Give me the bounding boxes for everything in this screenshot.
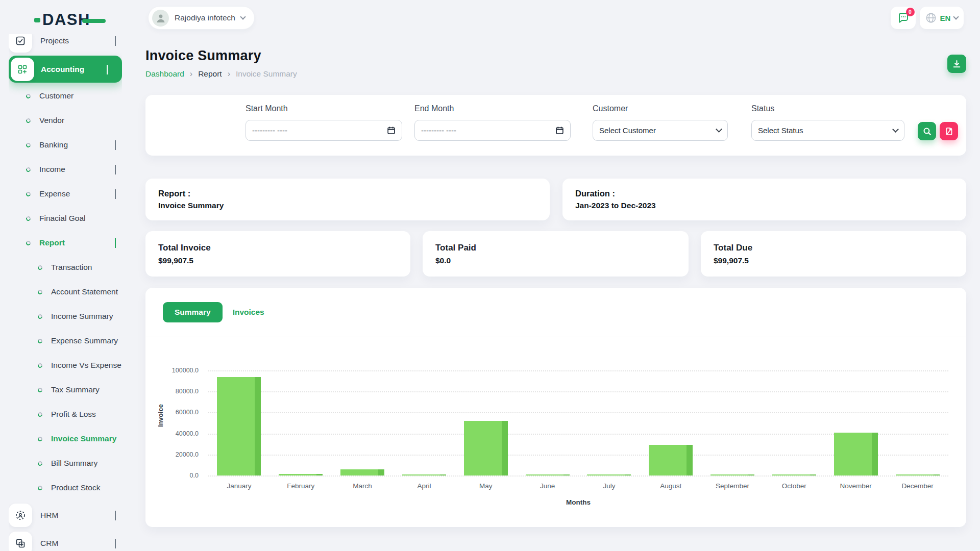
sidebar-item-hrm[interactable]: HRM (9, 502, 122, 529)
sidebar-item-label: Tax Summary (51, 385, 100, 394)
sidebar-item-bill-summary[interactable]: Bill Summary (9, 451, 122, 475)
bar-june (526, 474, 570, 476)
sidebar-item-label: Product Stock (51, 483, 101, 492)
language-code: EN (940, 14, 951, 22)
workspace-switcher[interactable]: Rajodiya infotech (148, 6, 255, 30)
sidebar-item-label: Transaction (51, 263, 92, 272)
y-tick-label: 20000.0 (176, 451, 199, 458)
bar-november (834, 433, 878, 475)
sidebar-item-profit-loss[interactable]: Profit & Loss (9, 402, 122, 427)
bullet-icon (26, 240, 32, 246)
sidebar-item-customer[interactable]: Customer (9, 84, 122, 108)
bar-slot-december (887, 370, 948, 475)
sidebar-item-expense-summary[interactable]: Expense Summary (9, 329, 122, 353)
sidebar-item-report[interactable]: Report (9, 231, 122, 255)
bullet-icon (37, 411, 43, 417)
bullet-icon (37, 338, 43, 344)
status-select-value: Select Status (758, 126, 803, 135)
chevron-right-icon (115, 511, 116, 520)
sidebar-item-finacial-goal[interactable]: Finacial Goal (9, 206, 122, 231)
start-month-input[interactable]: --------- ---- (246, 120, 402, 141)
chevron-right-icon (115, 36, 116, 46)
sidebar-item-label: Report (39, 238, 65, 247)
bullet-icon (26, 93, 32, 99)
sidebar-item-expense[interactable]: Expense (9, 182, 122, 206)
report-info-card: Report : Invoice Summary (145, 179, 550, 220)
chevron-right-icon (115, 140, 116, 150)
sidebar-item-income-summary[interactable]: Income Summary (9, 304, 122, 329)
sidebar: Projects Accounting Customer Vendor Bank… (9, 34, 122, 551)
sidebar-item-label: Accounting (41, 65, 84, 74)
bullet-icon (37, 485, 43, 491)
chevron-right-icon (115, 189, 116, 199)
sidebar-item-label: Bill Summary (51, 459, 97, 468)
language-selector[interactable]: EN (920, 7, 964, 29)
sidebar-item-label: Income Summary (51, 312, 113, 321)
download-report-button[interactable] (947, 55, 966, 73)
sidebar-item-accounting[interactable]: Accounting (9, 56, 122, 83)
status-select[interactable]: Select Status (751, 120, 904, 141)
total-invoice-label: Total Invoice (158, 243, 410, 253)
x-tick-label: September (702, 482, 764, 490)
sidebar-item-income[interactable]: Income (9, 157, 122, 182)
sidebar-item-tax-summary[interactable]: Tax Summary (9, 378, 122, 402)
sidebar-item-label: Income Vs Expense (51, 361, 121, 370)
tab-summary[interactable]: Summary (163, 302, 223, 322)
x-tick-label: June (517, 482, 578, 490)
chevron-down-icon (892, 126, 899, 133)
total-invoice-value: $99,907.5 (158, 256, 410, 265)
breadcrumb-dashboard[interactable]: Dashboard (145, 69, 184, 79)
bar-slot-october (763, 370, 825, 475)
sidebar-item-invoice-summary[interactable]: Invoice Summary (9, 427, 122, 451)
sidebar-item-vendor[interactable]: Vendor (9, 108, 122, 133)
start-month-value: --------- ---- (252, 126, 287, 135)
bar-slot-may (455, 370, 517, 475)
bar-march (340, 469, 384, 475)
bar-may (464, 421, 508, 475)
gridline (208, 475, 948, 477)
sidebar-item-projects[interactable]: Projects (9, 34, 122, 53)
chart-y-ticks: 0.020000.040000.060000.080000.0100000.0 (145, 370, 203, 475)
customer-label: Customer (593, 104, 728, 113)
bar-slot-august (640, 370, 702, 475)
sidebar-item-income-vs-expense[interactable]: Income Vs Expense (9, 353, 122, 378)
bullet-icon (37, 289, 43, 295)
messages-button[interactable]: 0 (891, 7, 916, 29)
chart-bars (208, 370, 948, 475)
page-title: Invoice Summary (145, 48, 297, 64)
x-tick-label: August (640, 482, 702, 490)
bar-august (649, 445, 693, 475)
reset-filter-button[interactable] (940, 122, 958, 140)
apply-filter-button[interactable] (918, 122, 936, 140)
messages-badge: 0 (906, 8, 915, 16)
sidebar-item-transaction[interactable]: Transaction (9, 255, 122, 280)
chevron-down-icon (240, 14, 246, 19)
sidebar-item-product-stock[interactable]: Product Stock (9, 475, 122, 500)
chart-x-axis-title: Months (208, 498, 948, 506)
bar-slot-june (517, 370, 578, 475)
sidebar-item-crm[interactable]: CRM (9, 530, 122, 551)
bullet-icon (37, 460, 43, 466)
accounting-icon (11, 58, 34, 81)
sidebar-item-banking[interactable]: Banking (9, 133, 122, 157)
sidebar-item-label: CRM (40, 539, 58, 548)
customer-select[interactable]: Select Customer (593, 120, 728, 141)
duration-label: Duration : (575, 189, 966, 198)
bar-december (896, 474, 940, 476)
x-tick-label: October (763, 482, 825, 490)
brand-logo: DASH (34, 12, 106, 28)
total-due-card: Total Due $99,907.5 (701, 231, 966, 277)
x-tick-label: February (270, 482, 332, 490)
breadcrumb-report[interactable]: Report (198, 69, 222, 79)
chevron-right-icon (115, 238, 116, 248)
duration-value: Jan-2023 to Dec-2023 (575, 201, 966, 210)
breadcrumb: Dashboard › Report › Invoice Summary (145, 69, 297, 79)
end-month-input[interactable]: --------- ---- (414, 120, 571, 141)
sidebar-item-label: Finacial Goal (39, 214, 85, 223)
sidebar-item-account-statement[interactable]: Account Statement (9, 280, 122, 304)
sidebar-item-label: Income (39, 165, 65, 174)
bullet-icon (26, 142, 32, 148)
chevron-down-icon (716, 126, 722, 133)
tab-invoices[interactable]: Invoices (233, 308, 264, 317)
bullet-icon (26, 191, 32, 197)
